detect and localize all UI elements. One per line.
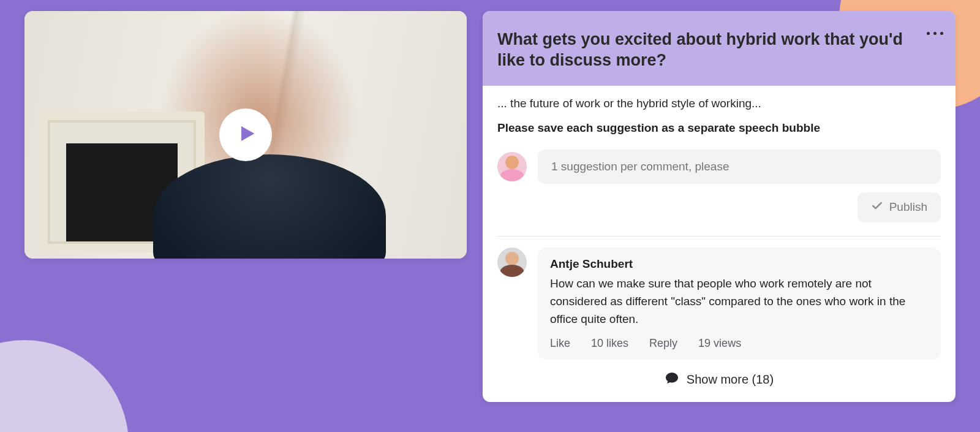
play-button[interactable]	[219, 108, 272, 161]
like-count: 10 likes	[591, 337, 628, 350]
show-more-label: Show more (18)	[687, 373, 774, 387]
check-icon	[871, 200, 883, 215]
comment-bubble: Antje Schubert How can we make sure that…	[538, 248, 941, 360]
comment: Antje Schubert How can we make sure that…	[497, 248, 941, 360]
like-button[interactable]: Like	[550, 337, 570, 350]
video-thumbnail[interactable]	[24, 11, 467, 259]
speech-bubble-icon	[665, 371, 679, 388]
comment-author: Antje Schubert	[550, 257, 929, 271]
video-background-fireplace	[39, 112, 205, 252]
play-icon	[233, 123, 258, 146]
reply-button[interactable]: Reply	[649, 337, 677, 350]
comment-meta: Like 10 likes Reply 19 views	[550, 337, 929, 350]
view-count: 19 views	[698, 337, 741, 350]
dots-horizontal-icon	[927, 32, 930, 35]
show-more-button[interactable]: Show more (18)	[497, 360, 941, 391]
comment-text: How can we make sure that people who wor…	[550, 275, 929, 328]
discussion-card: What gets you excited about hybrid work …	[483, 11, 956, 402]
suggestion-input[interactable]	[538, 150, 941, 184]
instruction-text: Please save each suggestion as a separat…	[497, 121, 941, 135]
publish-label: Publish	[889, 200, 927, 214]
discussion-title: What gets you excited about hybrid work …	[497, 29, 921, 71]
discussion-header: What gets you excited about hybrid work …	[483, 11, 956, 86]
avatar	[497, 248, 527, 277]
transcript-excerpt: ... the future of work or the hybrid sty…	[497, 97, 941, 110]
compose-row	[497, 150, 941, 184]
more-options-button[interactable]	[924, 22, 946, 44]
divider	[497, 236, 941, 237]
avatar	[497, 152, 527, 181]
publish-button[interactable]: Publish	[858, 192, 941, 222]
